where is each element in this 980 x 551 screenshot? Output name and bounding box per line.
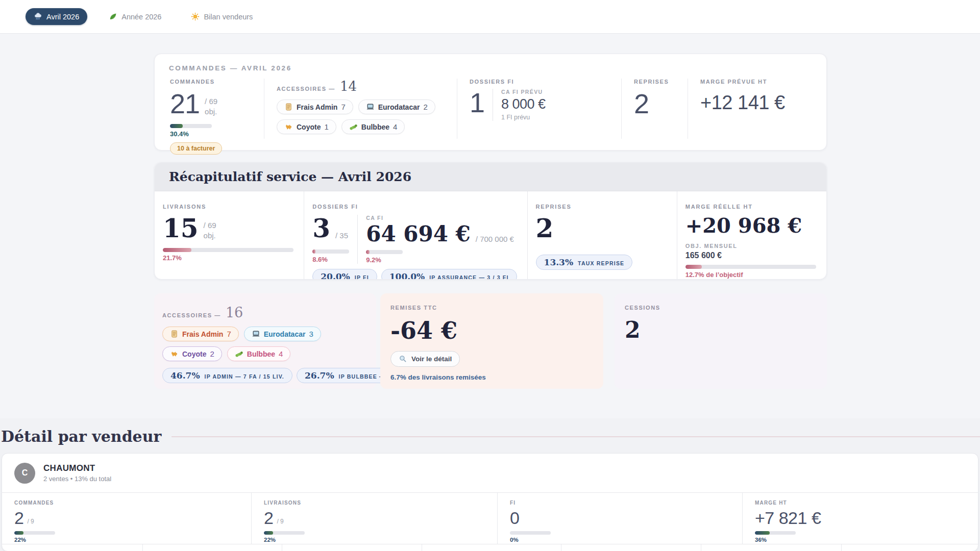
vendors-section: Détail par vendeur C CHAUMONT 2 ventes •…: [0, 418, 980, 551]
vendor-name: CHAUMONT: [43, 463, 111, 473]
accessoires16-count: 16: [226, 305, 243, 320]
dossiers-pct: 8.6%: [312, 256, 349, 263]
livraisons-pct: 21.7%: [163, 254, 293, 262]
reprises-value: 2: [634, 90, 688, 117]
chip-coyote: Coyote 1: [277, 119, 336, 134]
chip-eurodatacar: Eurodatacar 3: [244, 327, 321, 341]
marge-reelle-pct: 12.7% de l’objectif: [685, 271, 816, 279]
reprises-kpi: REPRISES 2: [621, 79, 688, 139]
vendor-table-stub: [2, 544, 978, 551]
heading-rule: [172, 436, 980, 437]
ip-fi-badge: 20.0% IP FI: [312, 269, 377, 280]
tab-label: Avril 2026: [46, 13, 79, 21]
dossiers-count-block: 3 / 35 8.6%: [312, 215, 349, 264]
scroll-icon: [284, 103, 293, 111]
vendor-fi-progress: [510, 531, 551, 535]
ip-admin-badge: 46.7% IP ADMIN — 7 FA / 15 LIV.: [162, 368, 292, 383]
dog-icon: [284, 122, 293, 131]
ca-fi-prevu-block: CA FI PRÉVU 8 000 € 1 FI prévu: [501, 89, 546, 121]
vendor-marge-stat: MARGE HT +7 821 € 36%: [742, 493, 978, 544]
commandes-pct: 30.4%: [170, 130, 264, 138]
orders-card-title: COMMANDES — AVRIL 2026: [169, 64, 812, 72]
accessoires16-label: ACCESSOIRES —: [162, 312, 221, 318]
marge-prevue-value: +12 141 €: [700, 92, 812, 114]
tab-label: Année 2026: [121, 13, 161, 21]
ca-fi-progress: [366, 250, 403, 254]
dossiers-panel: DOSSIERS FI 3 / 35 8.6% CA F: [304, 191, 527, 280]
dossiers-label: DOSSIERS FI: [312, 204, 517, 210]
ca-fi-block: CA FI 64 694 € / 700 000 € 9.2%: [366, 215, 514, 264]
remises-note: 6.7% des livraisons remisées: [390, 373, 594, 381]
commandes-target: / 69 obj.: [205, 96, 217, 117]
tab-annee-2026[interactable]: Année 2026: [101, 8, 169, 25]
vendor-fi-stat: FI 0 0%: [497, 493, 742, 544]
ca-fi-prevu-value: 8 000 €: [501, 96, 546, 112]
reprises-recap-label: REPRISES: [536, 204, 667, 210]
dossiers-fi-label: DOSSIERS FI: [470, 79, 621, 85]
ca-fi-value: 64 694 €: [366, 223, 471, 245]
cessions-panel: CESSIONS 2: [615, 293, 827, 389]
stub-cell: [143, 544, 282, 551]
accessoires-kpi: ACCESSOIRES — 14 Frais Admin 7: [264, 79, 457, 139]
commandes-value: 21: [170, 90, 200, 117]
cessions-value: 2: [625, 319, 818, 341]
taux-reprise-badge: 13.3% TAUX REPRISE: [536, 255, 633, 270]
vendor-commandes-stat: COMMANDES 2 / 9 22%: [2, 493, 251, 544]
commandes-label: COMMANDES: [170, 79, 264, 85]
chip-coyote: Coyote 2: [162, 346, 222, 361]
vendor-card-chaumont: C CHAUMONT 2 ventes • 13% du total COMMA…: [2, 453, 978, 551]
obj-mensuel-value: 165 600 €: [685, 251, 816, 260]
marge-prevue-label: MARGE PRÉVUE HT: [700, 79, 812, 85]
chip-bulbbee: Bulbbee 4: [227, 346, 291, 361]
reprises-panel: REPRISES 2 13.3% TAUX REPRISE: [527, 191, 677, 280]
bottom-panels: ACCESSOIRES — 16 Frais Admin 7: [154, 293, 827, 389]
marge-reelle-panel: MARGE RÉELLE HT +20 968 € OBJ. MENSUEL 1…: [677, 191, 826, 280]
a-facturer-badge: 10 à facturer: [170, 142, 222, 155]
stub-cell: [282, 544, 422, 551]
livraisons-value: 15: [163, 216, 199, 241]
ca-fi-prevu-label: CA FI PRÉVU: [501, 89, 546, 95]
laptop-icon: [252, 330, 260, 338]
rain-cloud-icon: [34, 12, 42, 21]
obj-mensuel-label: OBJ. MENSUEL: [685, 243, 816, 249]
chip-bulbbee: Bulbbee 4: [341, 119, 405, 134]
top-nav: Avril 2026 Année 2026 Bilan vendeurs: [0, 0, 980, 34]
tab-avril-2026[interactable]: Avril 2026: [26, 8, 87, 25]
dog-icon: [170, 349, 179, 358]
ca-fi-pct: 9.2%: [366, 256, 514, 264]
marge-reelle-progress: [685, 265, 816, 269]
ip-assurance-badge: 100.0% IP ASSURANCE — 3 / 3 FI: [381, 269, 517, 280]
stub-cell: [422, 544, 561, 551]
accessoires-panel: ACCESSOIRES — 16 Frais Admin 7: [154, 293, 376, 389]
cessions-label: CESSIONS: [625, 305, 818, 311]
orders-card: COMMANDES — AVRIL 2026 COMMANDES 21 / 69…: [154, 54, 827, 151]
dossiers-value: 3: [312, 216, 330, 241]
vendor-commandes-progress: [14, 531, 55, 535]
divider: [493, 89, 493, 121]
avatar: C: [14, 463, 35, 484]
vendor-card-header: C CHAUMONT 2 ventes • 13% du total: [2, 454, 978, 493]
accessoires-label: ACCESSOIRES —: [277, 86, 335, 92]
sun-icon: [191, 12, 200, 21]
laptop-icon: [366, 103, 375, 111]
caterpillar-icon: [349, 122, 358, 131]
marge-reelle-value: +20 968 €: [685, 215, 816, 236]
tab-label: Bilan vendeurs: [204, 13, 253, 21]
reprises-label: REPRISES: [634, 79, 688, 85]
chip-frais-admin: Frais Admin 7: [162, 327, 239, 341]
remises-value: -64 €: [390, 319, 594, 342]
dossiers-fi-kpi: DOSSIERS FI 1 CA FI PRÉVU 8 000 € 1 FI p…: [457, 79, 621, 139]
dossiers-progress: [312, 249, 349, 254]
tab-bilan-vendeurs[interactable]: Bilan vendeurs: [183, 8, 261, 25]
marge-reelle-label: MARGE RÉELLE HT: [685, 204, 816, 210]
herb-leaf-icon: [109, 12, 117, 21]
reprises-recap-value: 2: [536, 216, 667, 241]
divider: [357, 215, 358, 264]
accessoires-count: 14: [340, 79, 357, 94]
ca-fi-label: CA FI: [366, 215, 514, 221]
voir-le-detail-button[interactable]: Voir le détail: [390, 351, 460, 367]
livraisons-label: LIVRAISONS: [163, 204, 293, 210]
stub-cell: [842, 544, 978, 551]
recap-title: Récapitulatif service — Avril 2026: [169, 169, 812, 184]
recap-card: Récapitulatif service — Avril 2026 LIVRA…: [154, 162, 827, 280]
